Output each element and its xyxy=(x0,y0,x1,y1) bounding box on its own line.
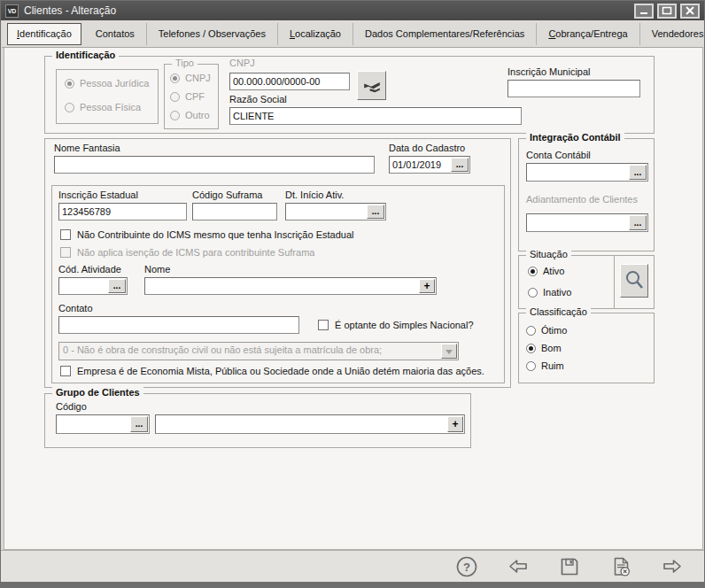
contato-input[interactable] xyxy=(59,317,298,333)
cnpj-input[interactable] xyxy=(230,74,349,89)
tab-vendedores[interactable]: Vendedores xyxy=(640,23,705,45)
grupo-add-button[interactable]: + xyxy=(447,416,463,432)
cod-atividade-input[interactable] xyxy=(59,278,107,294)
maximize-button[interactable] xyxy=(657,4,677,19)
group-identificacao: Identificação Pessoa Jurídica Pessoa Fís… xyxy=(44,56,655,134)
radio-dot xyxy=(65,79,74,89)
nome-fantasia-label: Nome Fantasia xyxy=(54,143,120,153)
checkbox-simples-nacional[interactable]: É optante do Simples Nacional? xyxy=(318,320,474,330)
obra-dropdown[interactable]: 0 - Não é obra de construção civil ou nã… xyxy=(58,342,459,360)
data-cadastro-label: Data do Cadastro xyxy=(389,143,465,153)
radio-dot xyxy=(170,92,180,102)
group-integracao-legend: Integração Contábil xyxy=(526,132,624,143)
radio-tipo-cpf[interactable]: CPF xyxy=(170,91,205,102)
cod-atividade-label: Cód. Atividade xyxy=(58,264,121,275)
radio-bom[interactable]: Bom xyxy=(526,343,562,353)
atividade-add-button[interactable]: + xyxy=(419,279,435,293)
inscricao-municipal-field-wrap xyxy=(507,80,640,97)
tab-identificacao[interactable]: Identificação xyxy=(7,23,81,45)
dt-inicio-picker-button[interactable]: ... xyxy=(367,205,384,219)
help-button[interactable]: ? xyxy=(454,554,479,579)
radio-bom-label: Bom xyxy=(541,343,562,353)
grupo-nome-field-wrap: + xyxy=(155,414,465,434)
checkbox-box xyxy=(60,247,71,258)
adiantamento-field-wrap: ... xyxy=(526,213,648,232)
cnpj-label: CNPJ xyxy=(229,58,255,68)
group-tipo: Tipo CNPJ CPF Outro xyxy=(164,64,219,129)
minimize-button[interactable] xyxy=(634,4,654,19)
radio-ruim[interactable]: Ruim xyxy=(526,360,564,371)
checkbox-nao-isencao[interactable]: Não aplica isenção de ICMS para contribu… xyxy=(60,247,314,258)
title-bar: VD Clientes - Alteração xyxy=(1,1,704,20)
forward-button[interactable] xyxy=(660,554,685,579)
codigo-suframa-label: Código Suframa xyxy=(192,190,263,200)
radio-ruim-label: Ruim xyxy=(541,360,564,371)
contato-label: Contato xyxy=(58,303,93,313)
adiantamento-lookup-button[interactable]: ... xyxy=(629,215,647,230)
receita-logo-icon xyxy=(361,76,383,96)
radio-inativo-label: Inativo xyxy=(543,287,571,298)
divider xyxy=(614,256,615,308)
radio-tipo-cpf-label: CPF xyxy=(185,91,205,102)
radio-pessoa-juridica[interactable]: Pessoa Jurídica xyxy=(65,78,149,89)
inscricao-estadual-input[interactable] xyxy=(59,204,186,220)
atividade-nome-input[interactable] xyxy=(145,278,418,294)
codigo-suframa-input[interactable] xyxy=(193,204,276,220)
tab-telefones-observacoes[interactable]: Telefones / Observações xyxy=(147,23,278,45)
radio-inativo[interactable]: Inativo xyxy=(528,287,571,298)
checkbox-nao-contribuinte[interactable]: Não Contribuinte do ICMS mesmo que tenha… xyxy=(60,229,353,240)
checkbox-economia-mista[interactable]: Empresa é de Economia Mista, Pública ou … xyxy=(60,366,484,376)
checkbox-box xyxy=(318,320,329,330)
tab-localizacao[interactable]: Localização xyxy=(278,23,353,45)
group-classificacao-legend: Classificação xyxy=(526,306,591,317)
close-button[interactable] xyxy=(680,4,700,19)
dt-inicio-input[interactable] xyxy=(286,204,366,220)
tab-cobranca-entrega[interactable]: Cobrança/Entrega xyxy=(537,23,639,45)
data-cadastro-input[interactable] xyxy=(390,157,450,173)
adiantamento-label: Adiantamento de Clientes xyxy=(526,194,638,205)
svg-text:?: ? xyxy=(463,561,470,574)
fiscal-box: Inscrição Estadual Código Suframa Dt. In… xyxy=(51,185,505,383)
radio-dot xyxy=(528,288,538,298)
conta-contabil-input[interactable] xyxy=(527,164,628,181)
cod-atividade-lookup-button[interactable]: ... xyxy=(108,279,126,293)
consultar-receita-button[interactable] xyxy=(357,71,386,100)
inscricao-municipal-input[interactable] xyxy=(508,81,639,97)
razao-social-field-wrap xyxy=(229,107,522,125)
tab-bar: Identificação Contatos Telefones / Obser… xyxy=(2,20,703,48)
grupo-nome-input[interactable] xyxy=(156,415,446,433)
search-button[interactable] xyxy=(620,264,648,298)
data-cadastro-field-wrap: ... xyxy=(389,156,470,174)
help-icon: ? xyxy=(454,554,479,579)
cancel-button[interactable] xyxy=(608,554,633,579)
radio-tipo-cnpj[interactable]: CNPJ xyxy=(170,73,211,83)
data-cadastro-picker-button[interactable]: ... xyxy=(451,158,469,172)
conta-contabil-lookup-button[interactable]: ... xyxy=(629,165,647,180)
back-button[interactable] xyxy=(506,554,531,579)
radio-pessoa-fisica[interactable]: Pessoa Física xyxy=(65,102,141,112)
group-classificacao: Classificação Ótimo Bom Ruim xyxy=(518,313,655,383)
maximize-icon xyxy=(662,6,672,15)
conta-contabil-label: Conta Contábil xyxy=(526,150,591,160)
checkbox-nao-contribuinte-label: Não Contribuinte do ICMS mesmo que tenha… xyxy=(77,229,353,240)
save-button[interactable] xyxy=(557,554,582,579)
app-window: VD Clientes - Alteração Identificação Co… xyxy=(0,0,705,588)
nome-fantasia-input[interactable] xyxy=(55,157,374,173)
razao-social-input[interactable] xyxy=(230,108,521,124)
grupo-codigo-lookup-button[interactable]: ... xyxy=(130,416,148,432)
group-identificacao-legend: Identificação xyxy=(52,50,119,60)
tab-contatos[interactable]: Contatos xyxy=(84,23,147,45)
grupo-codigo-input[interactable] xyxy=(57,415,129,433)
inscricao-municipal-label: Inscrição Municipal xyxy=(507,66,591,77)
radio-dot xyxy=(526,361,536,371)
adiantamento-input[interactable] xyxy=(527,214,628,231)
radio-dot xyxy=(170,111,180,120)
group-main: Nome Fantasia Data do Cadastro ... Inscr… xyxy=(44,138,511,388)
radio-ativo[interactable]: Ativo xyxy=(528,266,564,276)
radio-otimo[interactable]: Ótimo xyxy=(526,325,567,336)
conta-contabil-field-wrap: ... xyxy=(526,163,648,182)
radio-tipo-outro[interactable]: Outro xyxy=(170,110,210,120)
tab-dados-complementares[interactable]: Dados Complementares/Referências xyxy=(353,23,537,45)
atividade-nome-label: Nome xyxy=(144,264,170,275)
cod-atividade-field-wrap: ... xyxy=(58,277,128,295)
